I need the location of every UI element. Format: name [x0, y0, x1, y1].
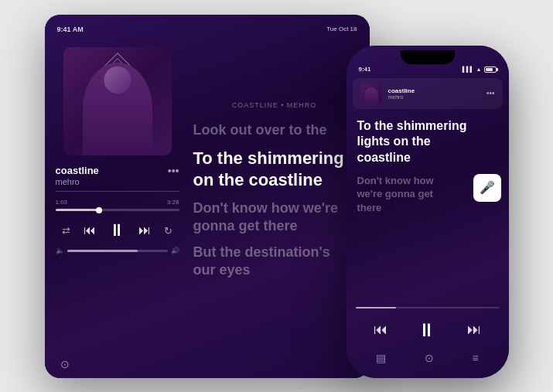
ipad-song-info: coastline mehro ••• — [56, 165, 179, 186]
ipad-left-panel: coastline mehro ••• 1:03 3:28 — [56, 43, 179, 347]
ipad-bottom-airplay-icon[interactable]: ⊙ — [60, 358, 70, 370]
iphone: 9:41 ▌▌▌ ▲ coastline mehro — [346, 46, 509, 378]
iphone-status-right: ▌▌▌ ▲ — [463, 66, 497, 73]
ipad-content: coastline mehro ••• 1:03 3:28 — [45, 35, 370, 353]
play-pause-button[interactable]: ⏸ — [108, 220, 125, 240]
ipad-song-artist: mehro — [56, 177, 99, 186]
iphone-lyric-active: To the shimmeringlights on thecoastline — [357, 118, 498, 166]
iphone-play-pause-button[interactable]: ⏸ — [418, 319, 436, 341]
ipad-inner: 9:41 AM Tue Oct 18 — [45, 15, 370, 378]
ipad-progress-times: 1:03 3:28 — [56, 199, 179, 206]
ipad-time: 9:41 AM — [57, 26, 84, 33]
iphone-progress-bar[interactable] — [356, 307, 500, 308]
iphone-queue-icon[interactable]: ▤ — [376, 352, 386, 364]
album-art — [63, 47, 172, 155]
ipad-song-title: coastline — [56, 165, 99, 176]
ipad-time-total: 3:28 — [167, 199, 179, 206]
ipad-date: Tue Oct 18 — [326, 26, 357, 32]
ipad-progress-dot — [96, 207, 102, 213]
ipad-divider — [56, 191, 179, 192]
iphone-airplay-icon[interactable]: ⊙ — [425, 352, 434, 364]
ipad-song-header: coastline mehro ••• — [56, 165, 179, 186]
iphone-more-icon[interactable]: ≡ — [473, 352, 479, 364]
iphone-time: 9:41 — [359, 66, 371, 73]
mini-song-info: coastline mehro — [388, 87, 480, 100]
volume-fill — [67, 250, 138, 252]
iphone-inner: 9:41 ▌▌▌ ▲ coastline mehro — [346, 46, 509, 378]
mini-song-title: coastline — [388, 87, 480, 94]
iphone-rewind-button[interactable]: ⏮ — [374, 322, 387, 338]
lyric-line-1: Look out over to the — [193, 121, 356, 139]
iphone-mic-badge[interactable]: 🎤 — [473, 174, 501, 202]
ipad-controls: ⇄ ⏮ ⏸ ⏭ ↻ — [56, 220, 179, 240]
mic-icon: 🎤 — [480, 180, 495, 195]
ipad-status-bar: 9:41 AM Tue Oct 18 — [45, 21, 370, 35]
lyric-line-4: But the destination'sour eyes — [193, 244, 356, 280]
ipad-lyrics-label: COASTLINE • MEHRO — [193, 101, 356, 109]
fast-forward-button[interactable]: ⏭ — [138, 223, 151, 237]
shuffle-button[interactable]: ⇄ — [62, 225, 70, 237]
ipad-volume[interactable]: 🔈 🔊 — [56, 247, 179, 254]
lyric-line-3: Don't know how we'regonna get there — [193, 199, 356, 236]
ipad-song-titles: coastline mehro — [56, 165, 99, 186]
ipad-progress[interactable]: 1:03 3:28 — [56, 199, 179, 211]
rewind-button[interactable]: ⏮ — [84, 223, 96, 237]
devices-wrapper: 9:41 AM Tue Oct 18 — [45, 15, 509, 378]
volume-low-icon: 🔈 — [56, 247, 64, 254]
iphone-wifi-icon: ▲ — [476, 66, 482, 72]
iphone-controls: ⏮ ⏸ ⏭ — [346, 313, 509, 347]
iphone-bottom-nav: ▤ ⊙ ≡ — [346, 347, 509, 378]
iphone-notch-area — [346, 46, 509, 64]
iphone-notch — [401, 50, 455, 64]
iphone-signal-icon: ▌▌▌ — [463, 66, 474, 72]
iphone-progress[interactable] — [346, 307, 509, 308]
iphone-fast-forward-button[interactable]: ⏭ — [467, 322, 481, 338]
volume-bar[interactable] — [67, 250, 168, 252]
mini-more-button[interactable]: ••• — [486, 89, 495, 97]
lyric-line-2-active: To the shimmeringon the coastline — [193, 148, 356, 192]
volume-high-icon: 🔊 — [171, 247, 179, 254]
scene: 9:41 AM Tue Oct 18 — [0, 0, 553, 392]
iphone-battery-icon — [484, 66, 497, 73]
battery-fill — [486, 68, 493, 71]
iphone-mini-player[interactable]: coastline mehro ••• — [353, 78, 503, 109]
album-art-figure — [83, 63, 152, 155]
ipad-time-elapsed: 1:03 — [56, 199, 68, 206]
ipad-progress-bar[interactable] — [56, 209, 179, 211]
ipad-lyrics-panel: COASTLINE • MEHRO Look out over to the T… — [190, 43, 359, 347]
mini-album-art — [360, 83, 382, 104]
ipad-bottom-bar: ⊙ — [45, 353, 370, 378]
ipad-progress-fill — [56, 209, 99, 211]
mini-song-artist: mehro — [388, 94, 480, 100]
iphone-lyrics-panel: To the shimmeringlights on thecoastline … — [346, 112, 509, 307]
ipad-status-right: Tue Oct 18 — [326, 26, 357, 32]
repeat-button[interactable]: ↻ — [164, 225, 172, 237]
iphone-status-bar: 9:41 ▌▌▌ ▲ — [346, 64, 509, 75]
iphone-progress-fill — [356, 307, 396, 308]
ipad-more-button[interactable]: ••• — [168, 165, 179, 177]
ipad: 9:41 AM Tue Oct 18 — [45, 15, 370, 378]
